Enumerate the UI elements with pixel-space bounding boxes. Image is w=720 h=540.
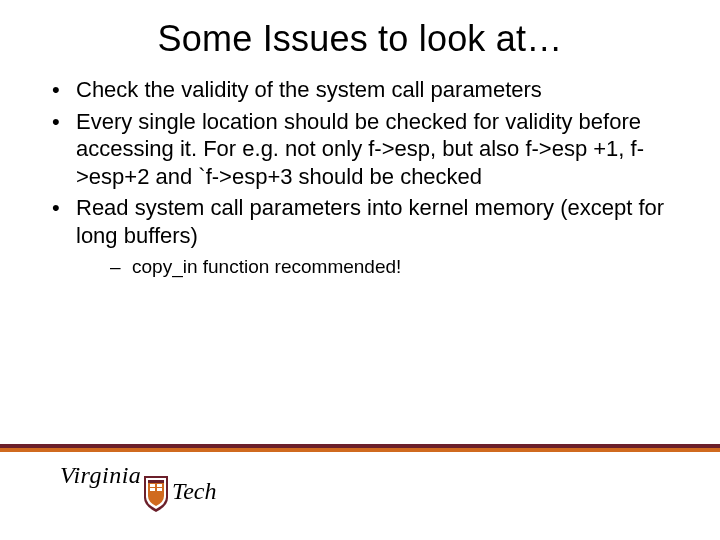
slide: Some Issues to look at… Check the validi…	[0, 0, 720, 540]
svg-rect-3	[150, 488, 155, 491]
bullet-list: Check the validity of the system call pa…	[48, 76, 672, 279]
svg-rect-0	[148, 480, 164, 483]
sub-bullet-item: copy_in function recommended!	[110, 255, 672, 279]
logo-word-virginia: Virginia	[60, 462, 141, 489]
bullet-text: Every single location should be checked …	[76, 109, 644, 189]
footer-divider	[0, 444, 720, 452]
bullet-text: Check the validity of the system call pa…	[76, 77, 542, 102]
slide-title: Some Issues to look at…	[0, 0, 720, 66]
logo-word-tech: Tech	[172, 478, 216, 505]
sub-bullet-list: copy_in function recommended!	[76, 255, 672, 279]
svg-rect-2	[157, 484, 162, 487]
bullet-text: Read system call parameters into kernel …	[76, 195, 664, 248]
slide-body: Check the validity of the system call pa…	[0, 66, 720, 279]
sub-bullet-text: copy_in function recommended!	[132, 256, 401, 277]
svg-rect-4	[157, 488, 162, 491]
svg-rect-1	[150, 484, 155, 487]
bullet-item: Every single location should be checked …	[48, 108, 672, 191]
bullet-item: Read system call parameters into kernel …	[48, 194, 672, 279]
bullet-item: Check the validity of the system call pa…	[48, 76, 672, 104]
virginia-tech-logo: Virginia Tech	[60, 462, 280, 512]
vt-shield-icon	[142, 476, 170, 512]
footer-divider-orange	[0, 448, 720, 452]
